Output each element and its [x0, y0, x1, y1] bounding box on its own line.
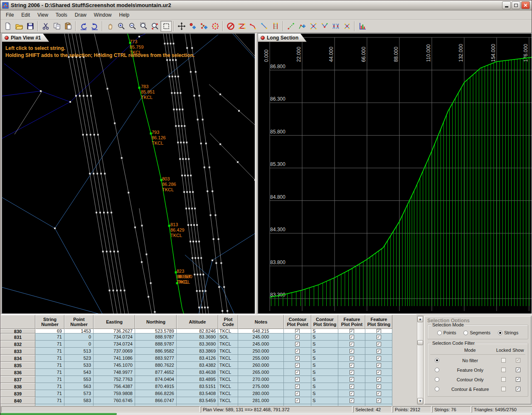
altitude-cell[interactable]: 83.5408: [177, 390, 218, 397]
checkbox-checked[interactable]: ✓: [377, 356, 381, 361]
show-checkbox[interactable]: ✓: [516, 387, 520, 391]
point-cell[interactable]: 573: [64, 390, 94, 397]
radio-icon[interactable]: [437, 331, 442, 335]
point-cell[interactable]: 523: [64, 355, 94, 362]
tool-cut-icon[interactable]: [40, 21, 51, 32]
tool-zoom-in-icon[interactable]: [116, 21, 127, 32]
tool-long-section-chart-icon[interactable]: [357, 21, 368, 32]
checkbox-checked[interactable]: ✓: [295, 363, 300, 368]
easting-cell[interactable]: 734.0724: [94, 333, 135, 341]
column-header[interactable]: Feature Plot Point: [338, 315, 365, 329]
string-cell[interactable]: 71: [35, 362, 64, 369]
point-cell[interactable]: 0: [64, 333, 94, 341]
northing-cell[interactable]: 866.8226: [135, 390, 177, 397]
checkbox-checked[interactable]: ✓: [377, 335, 381, 339]
point-table[interactable]: String NumberPoint NumberEastingNorthing…: [0, 314, 416, 406]
tool-draw-parallel-icon[interactable]: [270, 21, 281, 32]
plan-view-drawing[interactable]: 77385.759TKCL78385.951TKCL79386.126TKCL8…: [2, 34, 255, 314]
code-cell[interactable]: TKCL: [218, 376, 238, 383]
point-cell[interactable]: 553: [64, 376, 94, 383]
string-cell[interactable]: 71: [35, 333, 64, 341]
altitude-cell[interactable]: 83.4895: [177, 376, 218, 383]
menu-item-view[interactable]: View: [34, 11, 52, 19]
contour-plot-string-cell[interactable]: S: [311, 383, 338, 390]
tool-copy-icon[interactable]: [51, 21, 62, 32]
contour-plot-string-cell[interactable]: S: [311, 341, 338, 348]
code-cell[interactable]: TKCL: [218, 397, 238, 404]
tool-save-icon[interactable]: [25, 21, 36, 32]
tool-zoom-out-icon[interactable]: [127, 21, 138, 32]
contour-plot-string-cell[interactable]: S: [311, 376, 338, 383]
row-number-cell[interactable]: 836: [0, 369, 35, 376]
tool-cross-points-icon[interactable]: [341, 21, 352, 32]
tool-weld-points-icon[interactable]: [330, 21, 341, 32]
contour-plot-string-cell[interactable]: S: [311, 329, 338, 333]
tool-intersect-x-icon[interactable]: [308, 21, 319, 32]
menu-item-window[interactable]: Window: [90, 11, 116, 19]
checkbox-checked[interactable]: ✓: [350, 377, 354, 382]
checkbox-checked[interactable]: ✓: [295, 384, 300, 389]
altitude-cell[interactable]: 83.4638: [177, 369, 218, 376]
column-header[interactable]: Northing: [135, 315, 177, 329]
checkbox-checked[interactable]: ✓: [350, 398, 354, 403]
code-cell[interactable]: TKCL: [218, 355, 238, 362]
checkbox-checked[interactable]: ✓: [295, 370, 300, 375]
checkbox-checked[interactable]: ✓: [350, 391, 354, 396]
menu-item-tools[interactable]: Tools: [52, 11, 71, 19]
easting-cell[interactable]: 748.9977: [94, 369, 135, 376]
checkbox-checked[interactable]: ✓: [295, 377, 300, 382]
tool-paste-icon[interactable]: [62, 21, 74, 32]
checkbox-checked[interactable]: ✓: [377, 349, 381, 353]
point-cell[interactable]: 533: [64, 362, 94, 369]
easting-cell[interactable]: 737.0069: [94, 348, 135, 355]
menu-item-edit[interactable]: Edit: [17, 11, 34, 19]
tool-open-icon[interactable]: [13, 21, 25, 32]
checkbox-checked[interactable]: ✓: [295, 329, 300, 333]
column-header[interactable]: Plot Code: [218, 315, 238, 329]
notes-cell[interactable]: 250.000: [238, 348, 284, 355]
checkbox-checked[interactable]: ✓: [350, 384, 354, 389]
tool-delete-disabled-icon[interactable]: [225, 21, 236, 32]
code-cell[interactable]: TKCL: [218, 348, 238, 355]
table-row[interactable]: 83471523741.1086883.927783.4126TKCL255.0…: [0, 355, 416, 362]
long-section-chart[interactable]: 87.30086.80086.30085.80085.30084.80084.3…: [258, 34, 532, 314]
contour-plot-string-cell[interactable]: S: [311, 369, 338, 376]
checkbox-checked[interactable]: ✓: [350, 363, 354, 368]
code-cell[interactable]: SOL: [218, 333, 238, 341]
easting-cell[interactable]: 752.7763: [94, 376, 135, 383]
scroll-down-icon[interactable]: ▼: [417, 398, 423, 404]
altitude-cell[interactable]: 82.8246: [177, 329, 218, 333]
code-cell[interactable]: TKCL: [218, 390, 238, 397]
checkbox-checked[interactable]: ✓: [350, 329, 354, 333]
column-header[interactable]: [0, 315, 35, 329]
table-row[interactable]: 83371513737.0069886.958283.3869TKCL250.0…: [0, 348, 416, 355]
point-cell[interactable]: 563: [64, 383, 94, 390]
checkbox-checked[interactable]: ✓: [295, 349, 300, 353]
row-number-cell[interactable]: 838: [0, 383, 35, 390]
row-number-cell[interactable]: 837: [0, 376, 35, 383]
tool-undo-icon[interactable]: [78, 21, 89, 32]
checkbox-checked[interactable]: ✓: [377, 384, 381, 389]
altitude-cell[interactable]: 83.5151: [177, 383, 218, 390]
selection-mode-strings[interactable]: Strings: [498, 330, 518, 335]
title-bar[interactable]: String 2006 - D:\Shared Stuff\Screenshot…: [0, 0, 532, 10]
code-cell[interactable]: TKCL: [218, 369, 238, 376]
restore-button[interactable]: [512, 1, 520, 9]
row-number-cell[interactable]: 839: [0, 390, 35, 397]
tool-draw-line-icon[interactable]: [259, 21, 270, 32]
altitude-cell[interactable]: 83.5459: [177, 397, 218, 404]
tool-add-point-icon[interactable]: [187, 21, 198, 32]
point-cell[interactable]: 583: [64, 397, 94, 404]
northing-cell[interactable]: 880.7622: [135, 362, 177, 369]
altitude-cell[interactable]: 83.4382: [177, 362, 218, 369]
minimize-button[interactable]: [502, 1, 511, 9]
close-button[interactable]: ✕: [521, 1, 530, 9]
table-row[interactable]: 830691453736.2627523.578982.8246TKCL648.…: [0, 329, 416, 333]
northing-cell[interactable]: 870.4915: [135, 383, 177, 390]
checkbox-checked[interactable]: ✓: [295, 335, 300, 339]
string-cell[interactable]: 69: [35, 329, 64, 333]
string-cell[interactable]: 71: [35, 348, 64, 355]
notes-cell[interactable]: 260.000: [238, 362, 284, 369]
code-cell[interactable]: TKCL: [218, 341, 238, 348]
altitude-cell[interactable]: 83.3869: [177, 348, 218, 355]
